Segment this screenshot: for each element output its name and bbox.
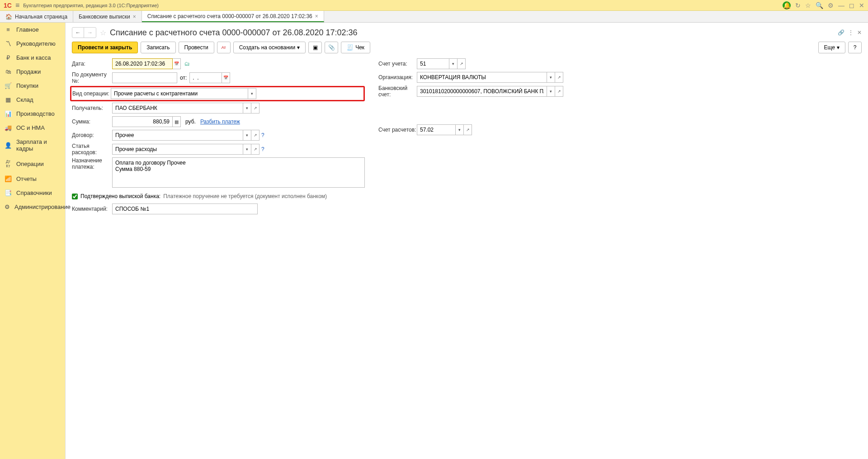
- date-input[interactable]: [112, 58, 173, 69]
- chart-icon: 〽: [5, 40, 12, 47]
- sidebar-item-operations[interactable]: ДтКтОперации: [0, 156, 65, 172]
- settacc-input[interactable]: [417, 124, 456, 135]
- tab-bank-statements[interactable]: Банковские выписки ×: [73, 11, 142, 22]
- sidebar-item-main[interactable]: ≡Главное: [0, 23, 65, 37]
- sidebar-item-assets[interactable]: 🚚ОС и НМА: [0, 121, 65, 135]
- comment-input[interactable]: [112, 203, 258, 214]
- chevron-down-icon[interactable]: ▾: [243, 144, 251, 155]
- recipient-input[interactable]: [112, 103, 243, 114]
- contract-input[interactable]: [112, 130, 243, 141]
- header-actions: 🔗 ⋮ ✕: [838, 29, 862, 36]
- chevron-down-icon[interactable]: ▾: [456, 124, 464, 135]
- docnum-label: По документу №:: [72, 71, 112, 84]
- history-icon[interactable]: ↻: [795, 2, 801, 9]
- expense-input[interactable]: [112, 144, 243, 155]
- open-icon[interactable]: ↗: [555, 72, 563, 83]
- minimize-icon[interactable]: —: [838, 2, 844, 9]
- vdots-icon[interactable]: ⋮: [848, 29, 854, 36]
- bars-icon: 📶: [5, 175, 12, 182]
- sidebar-item-production[interactable]: 📊Производство: [0, 107, 65, 121]
- sidebar-item-admin[interactable]: ⚙Администрирование: [0, 200, 65, 214]
- chevron-down-icon[interactable]: ▾: [243, 103, 251, 114]
- create-based-button[interactable]: Создать на основании ▾: [233, 42, 306, 53]
- chevron-down-icon[interactable]: ▾: [547, 72, 555, 83]
- search-icon[interactable]: 🔍: [816, 2, 823, 9]
- sidebar-item-sales[interactable]: 🛍Продажи: [0, 65, 65, 79]
- calendar-icon[interactable]: 📅: [173, 58, 181, 69]
- sidebar-item-warehouse[interactable]: ▦Склад: [0, 93, 65, 107]
- favorite-icon[interactable]: ☆: [805, 2, 811, 9]
- close-icon[interactable]: ✕: [859, 2, 864, 9]
- chevron-down-icon: ▾: [837, 44, 840, 51]
- tab-home[interactable]: 🏠 Начальная страница: [0, 11, 73, 22]
- split-payment-link[interactable]: Разбить платеж: [200, 118, 240, 125]
- open-icon[interactable]: ↗: [251, 144, 259, 155]
- open-icon[interactable]: ↗: [458, 58, 466, 69]
- from-label: от:: [180, 75, 187, 81]
- optype-input[interactable]: [111, 88, 248, 99]
- help-icon[interactable]: ?: [261, 146, 264, 152]
- sidebar: ≡Главное 〽Руководителю ₽Банк и касса 🛍Пр…: [0, 23, 66, 459]
- date-label: Дата:: [72, 61, 112, 67]
- toolbar: Провести и закрыть Записать Провести Ат …: [72, 42, 862, 53]
- struct-button[interactable]: ▣: [308, 42, 322, 53]
- sidebar-item-reports[interactable]: 📶Отчеты: [0, 172, 65, 186]
- back-button[interactable]: ←: [72, 28, 84, 38]
- cart-icon: 🛒: [5, 82, 12, 89]
- chevron-down-icon: ▾: [297, 44, 300, 51]
- purpose-textarea[interactable]: [112, 157, 365, 188]
- attach-button[interactable]: 📎: [325, 42, 338, 53]
- run-button[interactable]: Провести: [179, 42, 214, 53]
- tab-close-icon[interactable]: ×: [315, 13, 318, 19]
- status-icon[interactable]: 🗂: [184, 61, 190, 67]
- sidebar-item-manager[interactable]: 〽Руководителю: [0, 37, 65, 51]
- sum-input[interactable]: [112, 116, 173, 127]
- forward-button[interactable]: →: [84, 28, 96, 38]
- tab-document[interactable]: Списание с расчетного счета 0000-000007 …: [142, 11, 324, 22]
- org-input[interactable]: [417, 72, 547, 83]
- link-icon[interactable]: 🔗: [838, 29, 844, 36]
- open-icon[interactable]: ↗: [251, 103, 259, 114]
- ruble-icon: ₽: [5, 54, 12, 61]
- help-icon[interactable]: ?: [261, 132, 264, 138]
- sidebar-item-bank[interactable]: ₽Банк и касса: [0, 51, 65, 65]
- confirmed-checkbox[interactable]: [72, 194, 78, 199]
- chevron-down-icon[interactable]: ▾: [547, 86, 555, 97]
- purpose-label: Назначение платежа:: [72, 157, 112, 170]
- settings-icon[interactable]: ⚙: [828, 2, 834, 9]
- calc-icon[interactable]: ▦: [173, 116, 181, 127]
- account-input[interactable]: [417, 58, 449, 69]
- from-date-input[interactable]: [189, 72, 222, 83]
- docnum-input[interactable]: [112, 72, 177, 83]
- comment-label: Комментарий:: [72, 206, 112, 212]
- chevron-down-icon[interactable]: ▾: [449, 58, 458, 69]
- close-doc-icon[interactable]: ✕: [857, 29, 862, 36]
- sidebar-item-catalogs[interactable]: 📑Справочники: [0, 186, 65, 200]
- help-button[interactable]: ?: [848, 42, 862, 53]
- calendar-icon[interactable]: 📅: [222, 72, 230, 83]
- cheque-button[interactable]: 🧾 Чек: [341, 42, 370, 53]
- star-icon[interactable]: ☆: [100, 28, 106, 37]
- more-button[interactable]: Еще ▾: [818, 42, 845, 53]
- receipt-icon: 🧾: [347, 44, 354, 51]
- debit-credit-button[interactable]: Ат: [217, 42, 231, 53]
- chevron-down-icon[interactable]: ▾: [243, 130, 251, 141]
- chevron-down-icon[interactable]: ▾: [248, 88, 256, 99]
- doc-title: Списание с расчетного счета 0000-000007 …: [110, 28, 358, 38]
- document-content: ← → ☆ Списание с расчетного счета 0000-0…: [66, 23, 868, 459]
- tab-close-icon[interactable]: ×: [133, 14, 136, 20]
- notifications-icon[interactable]: 🔔: [783, 1, 791, 9]
- bankacc-input[interactable]: [417, 86, 547, 97]
- open-icon[interactable]: ↗: [555, 86, 563, 97]
- run-close-button[interactable]: Провести и закрыть: [72, 42, 138, 53]
- sidebar-item-payroll[interactable]: 👤Зарплата и кадры: [0, 135, 65, 156]
- maximize-icon[interactable]: ◻: [849, 2, 854, 9]
- bankacc-label: Банковский счет:: [378, 85, 417, 98]
- settacc-label: Счет расчетов:: [378, 127, 417, 133]
- home-icon: 🏠: [5, 14, 12, 20]
- menu-icon[interactable]: ≡: [15, 1, 19, 9]
- open-icon[interactable]: ↗: [251, 130, 259, 141]
- write-button[interactable]: Записать: [141, 42, 175, 53]
- open-icon[interactable]: ↗: [464, 124, 472, 135]
- sidebar-item-purchases[interactable]: 🛒Покупки: [0, 79, 65, 93]
